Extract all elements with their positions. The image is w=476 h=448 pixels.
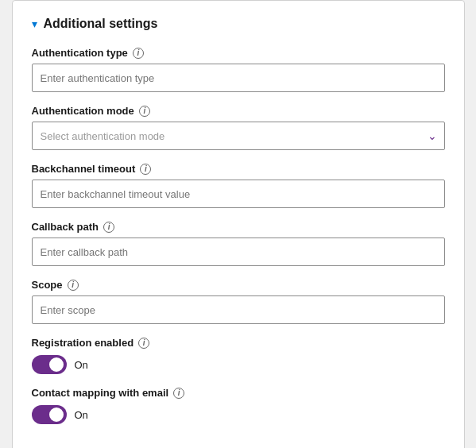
- collapse-chevron-icon[interactable]: ▾: [32, 17, 37, 30]
- contact-mapping-toggle[interactable]: [32, 405, 67, 424]
- callback-path-input[interactable]: [32, 238, 445, 266]
- backchannel-timeout-group: Backchannel timeout i: [32, 163, 445, 208]
- contact-mapping-group: Contact mapping with email i On: [32, 387, 445, 424]
- backchannel-timeout-info-icon[interactable]: i: [140, 164, 151, 175]
- registration-enabled-label: Registration enabled i: [32, 337, 445, 349]
- registration-enabled-status: On: [75, 359, 88, 371]
- section-title: Additional settings: [44, 17, 158, 31]
- registration-enabled-info-icon[interactable]: i: [138, 338, 149, 349]
- additional-settings-card: ▾ Additional settings Authentication typ…: [12, 0, 465, 448]
- contact-mapping-label: Contact mapping with email i: [32, 387, 445, 399]
- backchannel-timeout-label: Backchannel timeout i: [32, 163, 445, 175]
- registration-enabled-toggle[interactable]: [32, 355, 67, 374]
- contact-mapping-info-icon[interactable]: i: [173, 388, 184, 399]
- callback-path-group: Callback path i: [32, 221, 445, 266]
- auth-type-label: Authentication type i: [32, 47, 445, 59]
- registration-enabled-slider: [32, 355, 67, 374]
- contact-mapping-status: On: [75, 409, 88, 421]
- auth-mode-select[interactable]: Select authentication mode: [32, 122, 445, 150]
- auth-mode-label: Authentication mode i: [32, 105, 445, 117]
- auth-mode-info-icon[interactable]: i: [139, 106, 150, 117]
- registration-enabled-group: Registration enabled i On: [32, 337, 445, 374]
- contact-mapping-toggle-row: On: [32, 405, 445, 424]
- contact-mapping-slider: [32, 405, 67, 424]
- scope-info-icon[interactable]: i: [68, 280, 79, 291]
- registration-enabled-toggle-row: On: [32, 355, 445, 374]
- scope-input[interactable]: [32, 295, 445, 324]
- backchannel-timeout-input[interactable]: [32, 180, 445, 208]
- callback-path-label: Callback path i: [32, 221, 445, 233]
- auth-mode-group: Authentication mode i Select authenticat…: [32, 105, 445, 150]
- scope-group: Scope i: [32, 279, 445, 324]
- auth-type-group: Authentication type i: [32, 47, 445, 92]
- auth-type-input[interactable]: [32, 64, 445, 92]
- section-header: ▾ Additional settings: [32, 17, 445, 31]
- callback-path-info-icon[interactable]: i: [103, 222, 114, 233]
- auth-mode-select-wrapper: Select authentication mode ⌄: [32, 122, 445, 150]
- scope-label: Scope i: [32, 279, 445, 291]
- auth-type-info-icon[interactable]: i: [133, 48, 144, 59]
